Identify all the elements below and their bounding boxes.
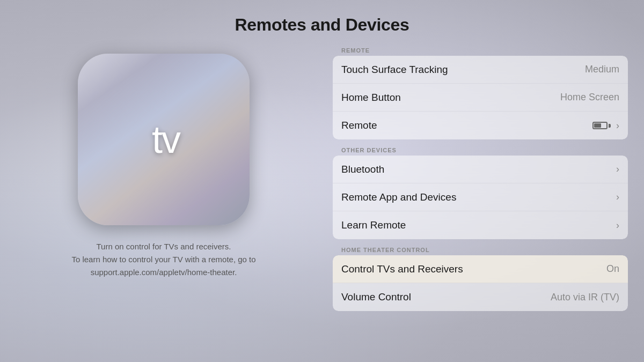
item-value-touch-surface-tracking: Medium [585,64,619,75]
item-label-remote: Remote [341,120,377,131]
section-label-home-theater-control: HOME THEATER CONTROL [333,247,628,253]
battery-tip [609,124,611,128]
left-panel-description: Turn on control for TVs and receivers. T… [71,240,255,279]
description-line2: To learn how to control your TV with a r… [71,253,255,266]
page-title: Remotes and Devices [235,15,409,35]
item-label-learn-remote: Learn Remote [341,219,406,231]
description-line1: Turn on control for TVs and receivers. [71,240,255,253]
chevron-icon-bluetooth: › [616,164,619,175]
section-other-devices: OTHER DEVICESBluetooth›Remote App and De… [333,147,628,239]
section-label-other-devices: OTHER DEVICES [333,147,628,153]
item-label-home-button: Home Button [341,92,401,104]
item-label-bluetooth: Bluetooth [341,164,384,175]
appletv-icon: tv [78,54,250,225]
item-label-remote-app-and-devices: Remote App and Devices [341,191,456,203]
item-right-touch-surface-tracking: Medium [585,64,619,75]
item-value-volume-control: Auto via IR (TV) [551,292,619,303]
item-right-learn-remote: › [616,220,619,231]
item-right-remote-app-and-devices: › [616,191,619,203]
item-right-volume-control: Auto via IR (TV) [551,292,619,303]
settings-item-learn-remote[interactable]: Learn Remote› [333,211,628,239]
item-label-control-tvs-and-receivers: Control TVs and Receivers [341,263,463,275]
section-home-theater-control: HOME THEATER CONTROLControl TVs and Rece… [333,247,628,311]
left-panel: tv Turn on control for TVs and receivers… [32,54,295,279]
settings-item-volume-control[interactable]: Volume ControlAuto via IR (TV) [333,283,628,311]
chevron-icon-remote: › [616,120,619,131]
item-value-home-button: Home Screen [560,92,619,103]
section-label-remote: REMOTE [333,47,628,54]
item-right-control-tvs-and-receivers: On [606,263,619,275]
appletv-icon-content: tv [148,117,180,161]
item-label-touch-surface-tracking: Touch Surface Tracking [341,64,448,76]
item-value-control-tvs-and-receivers: On [606,263,619,275]
settings-item-touch-surface-tracking[interactable]: Touch Surface TrackingMedium [333,56,628,84]
settings-item-bluetooth[interactable]: Bluetooth› [333,156,628,183]
item-right-home-button: Home Screen [560,92,619,103]
description-line3: support.apple.com/appletv/home-theater. [71,266,255,279]
item-right-remote: › [592,120,619,131]
settings-item-remote[interactable]: Remote › [333,112,628,139]
chevron-icon-learn-remote: › [616,220,619,231]
settings-item-remote-app-and-devices[interactable]: Remote App and Devices› [333,183,628,211]
right-panel: REMOTETouch Surface TrackingMediumHome B… [333,47,628,319]
chevron-icon-remote-app-and-devices: › [616,191,619,203]
item-right-bluetooth: › [616,164,619,175]
item-label-volume-control: Volume Control [341,291,411,303]
section-remote: REMOTETouch Surface TrackingMediumHome B… [333,47,628,139]
settings-item-home-button[interactable]: Home ButtonHome Screen [333,84,628,112]
battery-fill [594,123,601,128]
tv-label: tv [152,117,180,161]
battery-icon [592,122,611,129]
battery-body [592,122,608,129]
settings-item-control-tvs-and-receivers[interactable]: Control TVs and ReceiversOn [333,255,628,283]
